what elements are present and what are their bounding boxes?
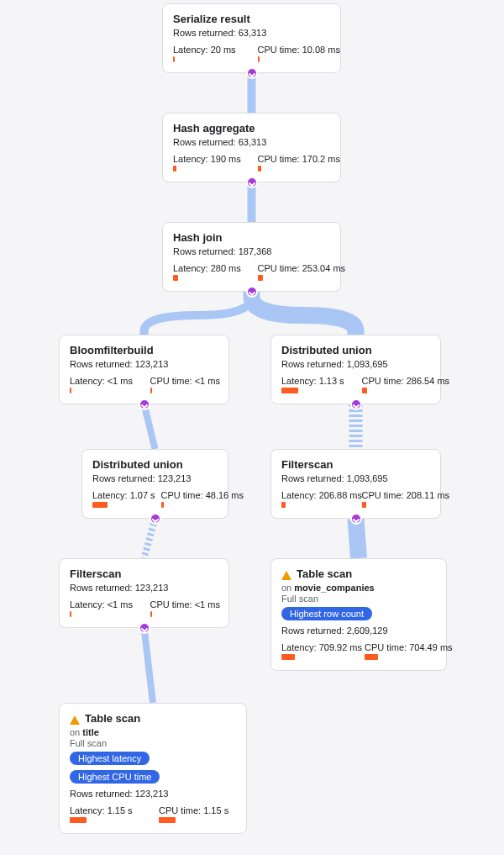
latency-metric: Latency: 1.07 s	[92, 490, 150, 508]
plan-node-bloom[interactable]: BloomfilterbuildRows returned: 123,213La…	[59, 335, 229, 404]
query-plan-graph: Serialize resultRows returned: 63,313Lat…	[0, 0, 504, 855]
node-title: Filterscan	[70, 567, 218, 580]
latency-metric: Latency: 190 ms	[173, 154, 246, 172]
node-title: Table scan	[85, 712, 140, 725]
node-title: Hash aggregate	[173, 122, 330, 135]
rows-returned: Rows returned: 123,213	[70, 359, 218, 369]
latency-metric: Latency: <1 ms	[70, 376, 139, 393]
latency-metric: Latency: 1.13 s	[281, 376, 350, 393]
cpu-metric: CPU time: 704.49 ms	[365, 642, 436, 660]
nodes-layer: Serialize resultRows returned: 63,313Lat…	[0, 0, 504, 855]
node-title: Hash join	[173, 231, 330, 244]
plan-node-fs_left[interactable]: FilterscanRows returned: 123,213Latency:…	[59, 558, 229, 628]
cpu-metric: CPU time: 286.54 ms	[362, 376, 431, 393]
rows-returned: Rows returned: 63,313	[173, 28, 330, 38]
latency-metric: Latency: 280 ms	[173, 263, 246, 281]
node-title: Distributed union	[281, 344, 430, 356]
collapse-toggle[interactable]	[246, 177, 258, 188]
rows-returned: Rows returned: 63,313	[173, 137, 330, 147]
cpu-metric: CPU time: 253.04 ms	[258, 263, 331, 281]
node-title: Bloomfilterbuild	[70, 344, 218, 356]
plan-node-serialize[interactable]: Serialize resultRows returned: 63,313Lat…	[162, 3, 341, 73]
cpu-metric: CPU time: 10.08 ms	[258, 45, 331, 62]
node-scan-type: Full scan	[281, 594, 436, 604]
latency-metric: Latency: 20 ms	[173, 45, 246, 62]
cpu-metric: CPU time: 1.15 s	[159, 805, 236, 823]
latency-metric: Latency: <1 ms	[70, 599, 139, 617]
cpu-metric: CPU time: 208.11 ms	[362, 490, 431, 508]
badge: Highest row count	[281, 607, 372, 620]
warning-icon	[70, 715, 80, 725]
cpu-metric: CPU time: 170.2 ms	[258, 154, 331, 172]
rows-returned: Rows returned: 1,093,695	[281, 473, 430, 483]
node-scan-type: Full scan	[70, 738, 236, 748]
badge: Highest CPU time	[70, 770, 160, 784]
node-table: on movie_companies	[281, 583, 436, 593]
cpu-metric: CPU time: <1 ms	[150, 376, 219, 393]
latency-metric: Latency: 1.15 s	[70, 805, 147, 823]
node-table: on title	[70, 727, 236, 737]
rows-returned: Rows returned: 123,213	[70, 583, 218, 593]
warning-icon	[281, 571, 291, 580]
rows-returned: Rows returned: 1,093,695	[281, 359, 430, 369]
collapse-toggle[interactable]	[139, 398, 150, 410]
rows-returned: Rows returned: 187,368	[173, 246, 330, 256]
plan-node-du_left[interactable]: Distributed unionRows returned: 123,213L…	[81, 449, 228, 519]
node-tags: Highest latencyHighest CPU time	[70, 752, 236, 784]
collapse-toggle[interactable]	[246, 286, 258, 298]
plan-node-hashjoin[interactable]: Hash joinRows returned: 187,368Latency: …	[162, 222, 341, 292]
rows-returned: Rows returned: 2,609,129	[281, 625, 436, 636]
rows-returned: Rows returned: 123,213	[92, 473, 218, 483]
node-title: Serialize result	[173, 13, 330, 25]
cpu-metric: CPU time: 48.16 ms	[161, 490, 218, 508]
node-title: Filterscan	[281, 458, 430, 471]
plan-node-du_right[interactable]: Distributed unionRows returned: 1,093,69…	[270, 335, 441, 404]
badge: Highest latency	[70, 752, 150, 765]
latency-metric: Latency: 206.88 ms	[281, 490, 350, 508]
collapse-toggle[interactable]	[150, 513, 161, 525]
cpu-metric: CPU time: <1 ms	[150, 599, 219, 617]
node-title: Distributed union	[92, 458, 218, 471]
latency-metric: Latency: 709.92 ms	[281, 642, 353, 660]
collapse-toggle[interactable]	[350, 513, 362, 525]
node-tags: Highest row count	[281, 607, 436, 620]
collapse-toggle[interactable]	[246, 67, 258, 79]
plan-node-ts_right[interactable]: Table scanon movie_companiesFull scanHig…	[270, 558, 447, 671]
plan-node-ts_left[interactable]: Table scanon titleFull scanHighest laten…	[59, 703, 247, 834]
node-title: Table scan	[297, 567, 352, 580]
plan-node-hashagg[interactable]: Hash aggregateRows returned: 63,313Laten…	[162, 113, 341, 182]
rows-returned: Rows returned: 123,213	[70, 789, 236, 799]
collapse-toggle[interactable]	[350, 398, 362, 410]
collapse-toggle[interactable]	[139, 622, 150, 634]
plan-node-fs_right[interactable]: FilterscanRows returned: 1,093,695Latenc…	[270, 449, 441, 519]
